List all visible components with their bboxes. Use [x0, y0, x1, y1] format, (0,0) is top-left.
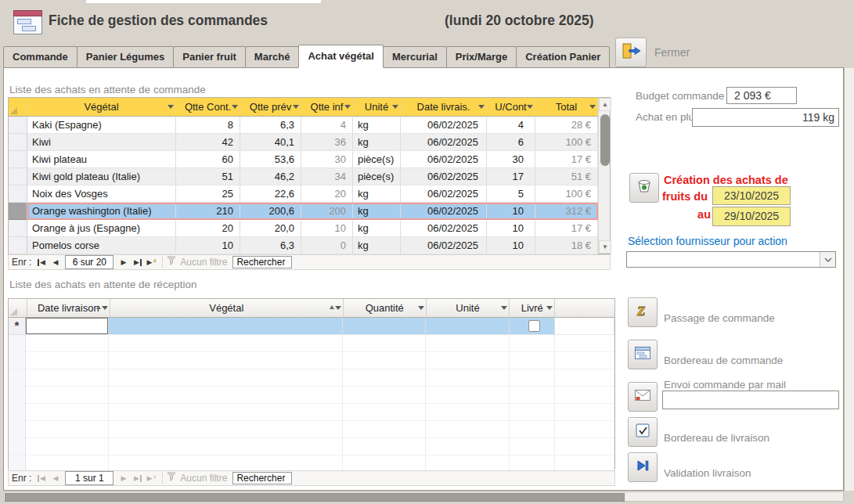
filter-dropdown-icon[interactable] [501, 306, 507, 310]
orders-column-header-qtte-cont[interactable]: Qtte Cont. [176, 98, 240, 117]
cell[interactable]: 06/02/2025 [401, 203, 487, 220]
cell[interactable]: 10 [487, 237, 535, 254]
reception-select-all-corner[interactable] [9, 299, 27, 318]
cell[interactable]: 6,3 [240, 237, 301, 254]
filter-dropdown-icon[interactable] [418, 306, 424, 310]
cell[interactable]: 10 [301, 220, 353, 237]
cell[interactable]: 20,0 [240, 220, 301, 237]
new-record-selector[interactable]: * [9, 318, 26, 335]
close-button[interactable] [615, 38, 647, 67]
tab-prix-marge[interactable]: Prix/Marge [446, 46, 517, 68]
nav-new-record-icon[interactable]: ▶* [145, 472, 158, 484]
cell[interactable]: kg [353, 220, 401, 237]
cell[interactable]: 06/02/2025 [401, 134, 487, 151]
filter-dropdown-icon[interactable] [102, 306, 108, 310]
cell[interactable] [343, 318, 426, 335]
reception-column-header-date-livraison[interactable]: Date livraison [27, 299, 110, 318]
validation-livraison-button[interactable] [628, 452, 658, 482]
row-selector[interactable] [9, 151, 27, 168]
orders-column-header-total[interactable]: Total [535, 98, 598, 117]
cell[interactable]: Noix des Vosges [27, 185, 176, 203]
row-selector[interactable] [9, 220, 27, 237]
cell[interactable]: 17 € [535, 151, 598, 168]
search-input[interactable] [232, 472, 292, 484]
cell[interactable]: 36 [301, 134, 353, 151]
new-record-row[interactable]: * [9, 318, 614, 335]
cell[interactable]: 10 [487, 203, 535, 220]
nav-first-record-icon[interactable]: ◀ [34, 472, 48, 484]
envoi-mail-button[interactable] [628, 382, 658, 412]
horizontal-scrollbar-thumb[interactable] [5, 493, 625, 502]
cell[interactable]: kg [353, 203, 401, 220]
cell[interactable]: Kiwi gold plateau (Italie) [27, 168, 176, 185]
budget-value-field[interactable]: 2 093 € [726, 87, 797, 104]
cell[interactable]: 17 [487, 168, 535, 185]
passage-commande-button[interactable]: Z [628, 297, 658, 327]
cell[interactable]: 17 € [535, 220, 598, 237]
orders-column-header-v-g-tal[interactable]: Végétal [27, 98, 176, 117]
filter-dropdown-icon[interactable] [546, 306, 553, 310]
cell[interactable]: 100 € [535, 185, 598, 203]
filter-dropdown-icon[interactable] [335, 306, 341, 310]
tab-mercurial[interactable]: Mercurial [383, 46, 447, 68]
nav-last-record-icon[interactable]: ▶ [131, 472, 144, 484]
scrollbar-thumb[interactable] [600, 114, 610, 166]
supplier-combobox[interactable] [626, 251, 836, 268]
cell[interactable]: kg [353, 237, 401, 254]
reception-column-header-v-g-tal[interactable]: Végétal [110, 299, 344, 318]
record-position-box[interactable]: 1 sur 1 [65, 471, 114, 485]
cell[interactable]: 25 [176, 185, 240, 203]
mail-address-input[interactable] [662, 391, 839, 409]
cell[interactable]: pièce(s) [353, 168, 401, 185]
cell[interactable]: 200 [301, 203, 353, 220]
reception-column-header-unit[interactable]: Unité [427, 299, 510, 318]
cell[interactable]: 6,3 [240, 117, 301, 134]
cell[interactable]: 60 [176, 151, 240, 168]
tab-panier-l-gumes[interactable]: Panier Légumes [77, 46, 174, 68]
cell[interactable]: Orange washington (Italie) [27, 203, 176, 220]
cell[interactable]: Kiwi [27, 134, 176, 151]
scroll-up-icon[interactable]: ▲ [599, 98, 611, 111]
tab-commande[interactable]: Commande [3, 46, 77, 68]
filter-dropdown-icon[interactable] [344, 105, 351, 109]
cell[interactable]: 53,6 [240, 151, 301, 168]
tab-panier-fruit[interactable]: Panier fruit [173, 46, 246, 68]
record-position-box[interactable]: 6 sur 20 [65, 255, 114, 269]
nav-new-record-icon[interactable]: ▶* [145, 256, 158, 268]
tab-cr-ation-panier[interactable]: Création Panier [516, 46, 610, 68]
row-selector[interactable] [9, 134, 27, 151]
cell[interactable] [555, 318, 614, 335]
scroll-down-icon[interactable]: ▼ [599, 240, 611, 254]
cell[interactable]: 100 € [535, 134, 598, 151]
cell[interactable]: 06/02/2025 [401, 151, 487, 168]
search-input[interactable] [232, 256, 292, 268]
reception-column-header-quantit[interactable]: Quantité [344, 299, 427, 318]
nav-previous-record-icon[interactable]: ◀ [49, 256, 62, 268]
cell[interactable]: 30 [301, 151, 353, 168]
vertical-scrollbar[interactable] [844, 68, 854, 491]
new-record-date-cell[interactable] [26, 318, 109, 335]
orders-column-header-qtte-inf[interactable]: Qtte inf [301, 98, 353, 117]
cell[interactable]: 6 [487, 134, 535, 151]
cell[interactable]: 28 € [535, 117, 598, 134]
cell[interactable]: 06/02/2025 [401, 185, 487, 203]
row-selector[interactable] [9, 185, 27, 203]
cell[interactable]: 51 [176, 168, 240, 185]
cell[interactable]: 312 € [535, 203, 598, 220]
cell[interactable]: Kaki (Espagne) [27, 117, 176, 134]
orders-column-header-u-cont[interactable]: U/Cont [487, 98, 535, 117]
cell[interactable]: 40,1 [240, 134, 301, 151]
nav-next-record-icon[interactable]: ▶ [117, 256, 130, 268]
cell[interactable]: 06/02/2025 [401, 237, 487, 254]
cell[interactable]: 46,2 [240, 168, 301, 185]
cell[interactable]: 5 [487, 185, 535, 203]
horizontal-scrollbar[interactable] [3, 491, 844, 502]
chevron-down-icon[interactable] [820, 252, 835, 267]
cell[interactable]: 34 [301, 168, 353, 185]
cell[interactable]: kg [353, 134, 401, 151]
bordereau-commande-button[interactable] [628, 340, 658, 369]
orders-column-header-qtte-pr-v[interactable]: Qtte prév [240, 98, 301, 117]
filter-dropdown-icon[interactable] [589, 105, 596, 109]
cell[interactable]: Orange à jus (Espagne) [27, 220, 176, 237]
cell[interactable] [510, 318, 555, 335]
